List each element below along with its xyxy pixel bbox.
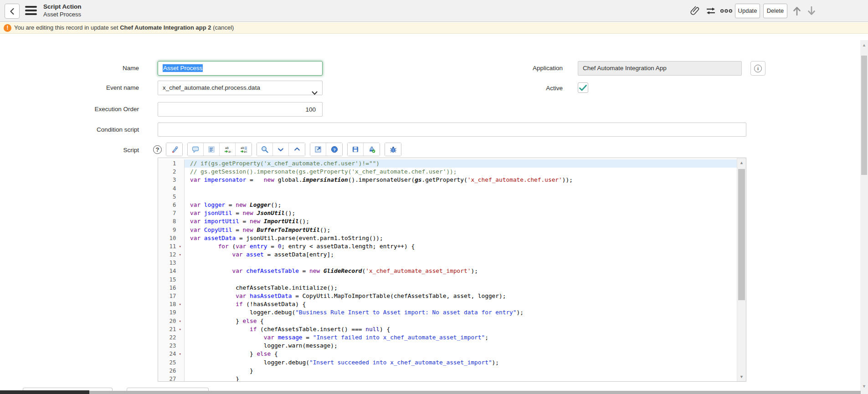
code-line: 4 (158, 184, 737, 193)
fold-icon[interactable]: ▾ (176, 317, 184, 325)
code-text[interactable]: var message = "Insert failed into x_chef… (185, 333, 737, 342)
find-previous-button[interactable] (289, 143, 305, 156)
editor-scroll-up-icon[interactable]: ▲ (737, 160, 746, 165)
code-line: 5 (158, 193, 737, 201)
event-name-value: x_chef_automate.chef.process.data (163, 84, 260, 91)
code-text[interactable]: var importUtil = new ImportUtil(); (185, 217, 737, 225)
code-text[interactable]: // gs.getSession().impersonate(gs.getPro… (185, 168, 737, 176)
code-text[interactable] (185, 184, 737, 193)
code-text[interactable]: var hasAssetData = CopyUtil.MapToImportT… (185, 292, 737, 300)
replace-button[interactable]: abac (220, 143, 236, 156)
code-line: 17 var hasAssetData = CopyUtil.MapToImpo… (158, 292, 737, 300)
window-vertical-scrollbar[interactable]: ▲ ▼ (860, 40, 868, 394)
script-help-icon[interactable]: ? (153, 145, 162, 154)
code-text[interactable]: logger.warn(message); (185, 342, 737, 350)
delete-button[interactable]: Delete (763, 4, 787, 18)
window-scroll-down-icon[interactable]: ▼ (860, 384, 868, 389)
more-options-button[interactable] (720, 5, 733, 17)
update-button[interactable]: Update (735, 4, 760, 18)
fold-spacer (176, 358, 184, 367)
back-button[interactable] (5, 4, 20, 19)
code-text[interactable] (185, 259, 737, 267)
editor-gutter: 21▾ (158, 325, 185, 333)
fold-icon[interactable]: ▾ (176, 350, 184, 358)
code-text[interactable]: var impersonator = new global.impersinat… (185, 176, 737, 184)
previous-record-button[interactable] (791, 5, 803, 17)
execution-order-input[interactable] (158, 102, 323, 117)
replace-all-button[interactable]: abac (236, 143, 252, 156)
window-vertical-thumb[interactable] (861, 56, 867, 175)
search-button[interactable] (257, 143, 273, 156)
execution-order-label: Execution Order (18, 106, 139, 113)
active-checkbox[interactable] (578, 82, 588, 93)
window-horizontal-scrollbar[interactable] (0, 391, 861, 394)
comment-button[interactable] (188, 143, 204, 156)
name-input[interactable]: Asset Process (158, 61, 323, 76)
event-name-select[interactable]: x_chef_automate.chef.process.data (158, 81, 323, 95)
next-record-button[interactable] (805, 5, 818, 17)
line-number: 18 (158, 300, 176, 308)
window-scroll-up-icon[interactable]: ▲ (860, 43, 868, 47)
script-code-editor[interactable]: 1// if(gs.getProperty('x_chef_automate.c… (158, 158, 746, 382)
personalize-button[interactable] (704, 5, 717, 17)
editor-gutter: 7 (158, 209, 185, 217)
code-text[interactable]: var logger = new Logger(); (185, 201, 737, 209)
code-text[interactable]: } else { (185, 350, 737, 358)
application-info-button[interactable]: i (750, 61, 765, 76)
fold-icon[interactable]: ▾ (176, 242, 184, 251)
application-label: Application (456, 65, 563, 72)
line-number: 26 (158, 367, 176, 375)
code-text[interactable] (185, 193, 737, 201)
fold-spacer (176, 284, 184, 292)
line-number: 3 (158, 176, 176, 184)
save-button[interactable] (348, 143, 364, 156)
find-next-button[interactable] (273, 143, 289, 156)
editor-scroll-down-icon[interactable]: ▼ (737, 374, 746, 379)
personalize-icon (705, 5, 716, 16)
code-text[interactable]: var asset = assetData[entry]; (185, 251, 737, 259)
condition-script-input[interactable] (158, 123, 746, 137)
code-text[interactable]: logger.debug("Business Rule Insert to As… (185, 308, 737, 317)
code-text[interactable]: if (chefAssetsTable.insert() === null) { (185, 325, 737, 333)
code-text[interactable]: logger.debug("Insert succeeded into x_ch… (185, 358, 737, 367)
open-fullscreen-icon (314, 146, 322, 153)
warning-message: You are editing this record in update se… (14, 24, 234, 31)
find-next-icon (277, 146, 284, 153)
fold-icon[interactable]: ▾ (176, 325, 184, 333)
open-fullscreen-button[interactable] (310, 143, 326, 156)
scripting-help-button[interactable]: ? (326, 143, 342, 156)
code-text[interactable]: } else { (185, 317, 737, 325)
code-text[interactable]: } (185, 375, 737, 382)
toolbar-group: ? (310, 143, 343, 156)
check-syntax-button[interactable] (364, 143, 380, 156)
code-text[interactable]: var assetData = jsonUtil.parse(event.par… (185, 234, 737, 242)
fold-icon[interactable]: ▾ (176, 251, 184, 259)
code-text[interactable]: var chefAssetsTable = new GlideRecord('x… (185, 267, 737, 275)
active-label: Active (456, 85, 563, 92)
line-number: 14 (158, 267, 176, 275)
editor-scrollbar-thumb[interactable] (738, 169, 745, 300)
code-line: 16 chefAssetsTable.initialize(); (158, 284, 737, 292)
editor-gutter: 20▾ (158, 317, 185, 325)
svg-text:?: ? (333, 147, 336, 152)
editor-gutter: 8 (158, 217, 185, 225)
code-text[interactable]: chefAssetsTable.initialize(); (185, 284, 737, 292)
code-line: 1// if(gs.getProperty('x_chef_automate.c… (158, 159, 737, 168)
code-text[interactable]: // if(gs.getProperty('x_chef_automate.ch… (185, 159, 737, 168)
format-code-button[interactable] (204, 143, 220, 156)
menu-icon[interactable] (25, 6, 37, 16)
code-text[interactable]: var CopyUtil = new BufferToImportUtil(); (185, 226, 737, 234)
code-text[interactable] (185, 276, 737, 284)
code-text[interactable]: for (var entry = 0; entry < assetData.le… (185, 242, 737, 251)
code-line: 2// gs.getSession().impersonate(gs.getPr… (158, 168, 737, 176)
code-text[interactable]: if (!hasAssetData) { (185, 300, 737, 308)
toggle-editor-button[interactable] (166, 143, 182, 156)
editor-scrollbar[interactable]: ▲ ▼ (737, 158, 746, 381)
code-text[interactable]: } (185, 367, 737, 375)
debug-button[interactable] (385, 143, 401, 156)
attachment-button[interactable] (689, 5, 702, 17)
code-text[interactable]: var jsonUtil = new JsonUtil(); (185, 209, 737, 217)
window-horizontal-thumb[interactable] (0, 390, 89, 394)
cancel-update-set-link[interactable]: (cancel) (213, 24, 234, 31)
fold-icon[interactable]: ▾ (176, 300, 184, 308)
